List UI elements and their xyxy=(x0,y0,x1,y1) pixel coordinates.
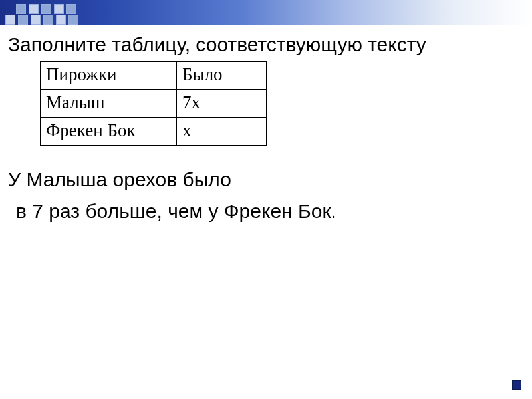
cell: Малыш xyxy=(41,90,177,118)
cell: Было xyxy=(177,62,267,90)
decorative-top-border xyxy=(0,0,532,25)
cell: Пирожки xyxy=(41,62,177,90)
body-line-1: У Малыша орехов было xyxy=(8,168,524,191)
table-row: Пирожки Было xyxy=(41,62,267,90)
cell: х xyxy=(177,118,267,146)
table-row: Малыш 7х xyxy=(41,90,267,118)
decorative-squares-row2 xyxy=(5,15,78,25)
table-container: Пирожки Было Малыш 7х Фрекен Бок х xyxy=(40,61,524,146)
table-row: Фрекен Бок х xyxy=(41,118,267,146)
corner-square-icon xyxy=(512,380,521,390)
cell: 7х xyxy=(177,90,267,118)
data-table: Пирожки Было Малыш 7х Фрекен Бок х xyxy=(40,61,267,146)
slide-content: Заполните таблицу, соответствующую текст… xyxy=(0,25,532,223)
decorative-squares-row1 xyxy=(16,4,76,14)
body-line-2: в 7 раз больше, чем у Фрекен Бок. xyxy=(16,200,524,223)
slide-heading: Заполните таблицу, соответствующую текст… xyxy=(8,33,524,56)
cell: Фрекен Бок xyxy=(41,118,177,146)
